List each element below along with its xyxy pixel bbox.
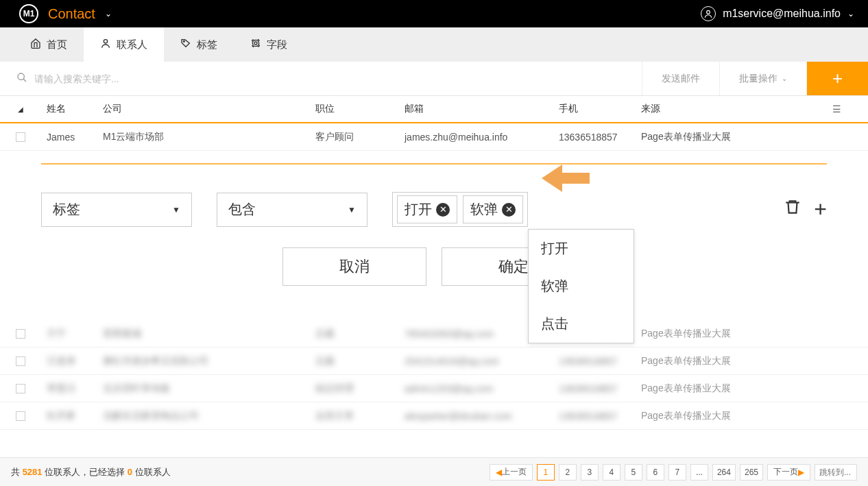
- cell-source: Page表单传播业大展: [641, 131, 806, 143]
- jump-to-page-input[interactable]: [815, 464, 857, 481]
- page-ellipsis: ...: [690, 464, 708, 481]
- tab-contacts-label: 联系人: [117, 38, 147, 51]
- tag-option[interactable]: 打开: [529, 230, 634, 267]
- select-all-checkbox[interactable]: ◢: [0, 106, 41, 113]
- annotation-arrow-icon: [542, 161, 590, 197]
- filter-actions: +: [784, 197, 827, 222]
- tab-fields-label: 字段: [267, 38, 287, 51]
- row-checkbox[interactable]: [0, 132, 41, 142]
- footer: 共 5281 位联系人，已经选择 0 位联系人 ◀上一页 1 2 3 4 5 6…: [0, 457, 868, 486]
- filter-tag: 软弹 ✕: [463, 195, 523, 223]
- delete-filter-icon[interactable]: [784, 198, 801, 221]
- bulk-action-button[interactable]: 批量操作⌄: [719, 62, 806, 95]
- contacts-table: ◢ 姓名 公司 职位 邮箱 手机 来源 ☰ James M1云端市场部 客户顾问…: [0, 96, 868, 151]
- add-button[interactable]: +: [806, 62, 868, 95]
- search-icon: [16, 72, 27, 85]
- tags-icon: [180, 38, 191, 51]
- contacts-icon: [100, 38, 111, 51]
- user-chevron-icon[interactable]: ⌄: [847, 9, 854, 19]
- send-mail-button[interactable]: 发送邮件: [642, 62, 719, 95]
- toolbar: 发送邮件 批量操作⌄ +: [0, 62, 868, 96]
- table-row[interactable]: 杜齐家北醒生活家居饰品公司运营主管alexparker@douban.com13…: [0, 402, 868, 430]
- total-count: 5281: [23, 467, 43, 477]
- send-mail-label: 发送邮件: [662, 73, 700, 85]
- tab-tags[interactable]: 标签: [164, 27, 234, 62]
- caret-down-icon: ▼: [348, 205, 356, 215]
- page-button[interactable]: 265: [740, 464, 763, 481]
- filter-tag-input[interactable]: 打开 ✕ 软弹 ✕: [392, 192, 528, 227]
- tag-options-menu: 打开 软弹 点击: [528, 229, 634, 343]
- svg-line-5: [23, 79, 26, 82]
- add-filter-icon[interactable]: +: [814, 197, 827, 222]
- cell-source: Page表单传播业大展: [641, 328, 806, 340]
- tag-remove-icon[interactable]: ✕: [502, 203, 516, 217]
- page-button[interactable]: 1: [537, 464, 555, 481]
- tag-option[interactable]: 点击: [529, 305, 634, 343]
- filter-operator-dropdown[interactable]: 包含 ▼: [217, 193, 367, 227]
- col-name[interactable]: 姓名: [41, 103, 103, 115]
- page-button[interactable]: 264: [712, 464, 736, 481]
- tag-remove-icon[interactable]: ✕: [436, 203, 450, 217]
- tab-fields[interactable]: 字段: [234, 27, 304, 62]
- cell-source: Page表单传播业大展: [641, 382, 806, 395]
- cell-name: James: [41, 132, 103, 143]
- cell-source: Page表单传播业大展: [641, 410, 806, 422]
- col-company[interactable]: 公司: [103, 103, 315, 115]
- tab-home[interactable]: 首页: [14, 27, 84, 62]
- app-logo: M1: [19, 4, 38, 23]
- footer-summary: 共 5281 位联系人，已经选择 0 位联系人: [11, 466, 171, 478]
- cancel-button[interactable]: 取消: [282, 247, 426, 286]
- cell-source: Page表单传播业大展: [641, 355, 806, 367]
- table-row[interactable]: 汪道涛雅红市德乡希贝克陈公司总裁2541514016@qq.com1363651…: [0, 348, 868, 375]
- page-button[interactable]: 4: [603, 464, 620, 481]
- user-email: m1service@meihua.info: [723, 8, 841, 20]
- bulk-action-label: 批量操作: [739, 73, 777, 85]
- svg-point-3: [254, 42, 257, 45]
- filter-tag: 打开 ✕: [397, 195, 457, 223]
- filter-tag-label: 打开: [405, 200, 432, 219]
- brand-name[interactable]: Contact: [48, 6, 95, 22]
- table-row[interactable]: 方宁雷雨孤城总裁765402063@qq.com13636518857 Page…: [0, 320, 868, 348]
- prev-page-button[interactable]: ◀上一页: [490, 464, 533, 481]
- svg-point-1: [104, 40, 107, 43]
- col-position[interactable]: 职位: [315, 103, 405, 115]
- page-button[interactable]: 2: [559, 464, 577, 481]
- filter-row: 标签 ▼ 包含 ▼ 打开 ✕ 软弹 ✕ +: [41, 192, 827, 227]
- page-button[interactable]: 5: [625, 464, 642, 481]
- brand-chevron-icon[interactable]: ⌄: [105, 9, 112, 19]
- caret-down-icon: ▼: [172, 205, 180, 215]
- filter-operator-value: 包含: [228, 200, 256, 219]
- tab-home-label: 首页: [47, 38, 67, 51]
- topbar-left: M1 Contact ⌄: [19, 4, 112, 23]
- top-bar: M1 Contact ⌄ m1service@meihua.info ⌄: [0, 0, 868, 27]
- cell-phone: 13636518857: [559, 132, 641, 143]
- next-page-button[interactable]: 下一页▶: [767, 464, 810, 481]
- plus-icon: +: [832, 68, 843, 89]
- columns-icon: ☰: [832, 104, 841, 114]
- cell-position: 客户顾问: [315, 131, 405, 143]
- blurred-rows: 方宁雷雨孤城总裁765402063@qq.com13636518857 Page…: [0, 320, 868, 430]
- col-phone[interactable]: 手机: [559, 103, 641, 115]
- page-button[interactable]: 3: [581, 464, 599, 481]
- col-email[interactable]: 邮箱: [405, 103, 559, 115]
- search-wrap: [0, 62, 642, 95]
- table-header: ◢ 姓名 公司 职位 邮箱 手机 来源 ☰: [0, 96, 868, 123]
- cell-company: M1云端市场部: [103, 131, 315, 143]
- nav-tabs: 首页 联系人 标签 字段: [0, 27, 868, 62]
- page-button[interactable]: 7: [668, 464, 686, 481]
- tag-option[interactable]: 软弹: [529, 267, 634, 305]
- search-input[interactable]: [34, 73, 642, 84]
- fields-icon: [250, 38, 261, 51]
- tab-contacts[interactable]: 联系人: [84, 27, 164, 62]
- col-settings[interactable]: ☰: [806, 104, 868, 114]
- user-icon: [701, 6, 716, 21]
- filter-field-dropdown[interactable]: 标签 ▼: [41, 193, 192, 227]
- page-button[interactable]: 6: [647, 464, 664, 481]
- table-row[interactable]: 李慧洁北京四叶草传媒副总经理admin1203@qq.com1363651885…: [0, 375, 868, 402]
- filter-panel: 标签 ▼ 包含 ▼ 打开 ✕ 软弹 ✕ + 打开 软弹 点击 取消 确定: [0, 163, 868, 286]
- cell-email: james.zhu@meihua.info: [405, 132, 559, 143]
- table-row[interactable]: James M1云端市场部 客户顾问 james.zhu@meihua.info…: [0, 123, 868, 151]
- user-menu[interactable]: m1service@meihua.info ⌄: [701, 6, 854, 21]
- col-source[interactable]: 来源: [641, 103, 806, 115]
- filter-buttons: 取消 确定: [41, 247, 827, 286]
